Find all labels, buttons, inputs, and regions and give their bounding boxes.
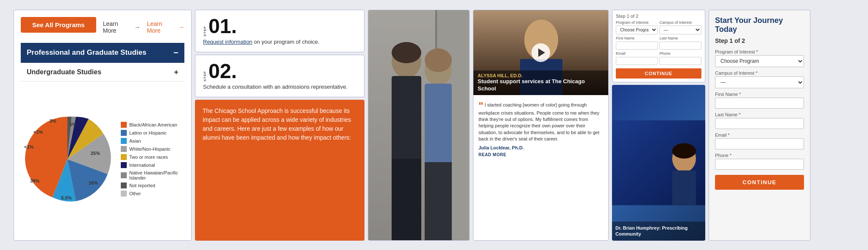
mini-form-container: Step 1 of 2 Program of Interest Choose P… [612, 10, 705, 82]
see-all-programs-button[interactable]: See All Programs [21, 17, 96, 33]
step-2-number: 02. [209, 61, 237, 81]
email-input[interactable] [715, 138, 804, 149]
legend-item-two-more: Two or more races [121, 154, 184, 160]
svg-point-17 [672, 143, 696, 158]
step-1-card: STEP 01. Request information on your pro… [195, 10, 364, 52]
pie-chart: 39% 5.5% 16% 25% 5% 3% <1% <1% [21, 112, 114, 206]
step-1-link[interactable]: Request information [203, 39, 252, 45]
campus-select[interactable]: — [715, 76, 804, 88]
form-step-subtitle: Step 1 of 2 [715, 37, 804, 44]
email-field-row: Email * [715, 132, 804, 149]
legend-color-black [121, 122, 127, 128]
quote-mark-icon: " [479, 100, 483, 112]
video-section: ALYSSA HILL, ED.D. Student support servi… [473, 10, 608, 95]
video-caption: ALYSSA HILL, ED.D. Student support servi… [473, 70, 608, 95]
legend-item-other: Other [121, 191, 184, 197]
video-quote-panel: ALYSSA HILL, ED.D. Student support servi… [473, 10, 609, 241]
program-field-row: Program of Interest * Choose Program [715, 49, 804, 67]
program-select[interactable]: Choose Program [715, 55, 804, 67]
legend-item-black: Black/African American [121, 122, 184, 128]
firstname-field-label: First Name * [715, 92, 804, 97]
legend-item-international: International [121, 162, 184, 168]
phone-input[interactable] [715, 159, 804, 170]
lastname-input[interactable] [715, 118, 804, 129]
form-title: Start Your Journey Today [715, 16, 804, 34]
photo-panel [368, 10, 470, 241]
legend-item-asian: Asian [121, 138, 184, 144]
mini-phone-input[interactable] [659, 57, 701, 65]
photo-overlay [368, 10, 469, 240]
legend-item-not-reported: Not reported [121, 183, 184, 188]
legend-item-native: Native Hawaiian/Pacific Islander [121, 170, 184, 180]
legend-color-native [121, 172, 127, 178]
lastname-field-row: Last Name * [715, 112, 804, 129]
mini-email-input[interactable] [616, 57, 658, 65]
continue-button[interactable]: CONTINUE [715, 175, 804, 190]
plus-icon: + [174, 68, 178, 77]
legend-color-two-more [121, 154, 127, 160]
chart-area: 39% 5.5% 16% 25% 5% 3% <1% <1% Black/Afr… [21, 85, 184, 233]
thumbnail-title: Dr. Brian Humphrey: Prescribing Communit… [615, 225, 702, 237]
step-2-card: STEP 02. Schedule a consultation with an… [195, 55, 364, 97]
sidebar-item-undergraduate[interactable]: Undergraduate Studies + [21, 64, 184, 81]
legend-item-white: White/Non-Hispanic [121, 146, 184, 152]
phone-field-row: Phone * [715, 153, 804, 170]
mini-form-panel: Step 1 of 2 Program of Interest Choose P… [612, 10, 705, 241]
mini-firstname-label: First Name [616, 36, 658, 40]
email-field-label: Email * [715, 132, 804, 138]
campus-field-row: Campus of Interest * — [715, 70, 804, 88]
mini-program-select[interactable]: Choose Program [616, 25, 658, 34]
left-panel: See All Programs Learn More → Learn More… [14, 10, 192, 241]
quote-text: " I started coaching [women of color] go… [479, 102, 603, 143]
mini-email-label: Email [616, 51, 658, 56]
sidebar-item-professional[interactable]: Professional and Graduate Studies − [21, 43, 184, 63]
program-field-label: Program of Interest * [715, 49, 804, 54]
quote-section: " I started coaching [women of color] go… [473, 98, 608, 240]
quote-author: Julia Locklear, Ph.D. [479, 145, 603, 150]
campus-field-label: Campus of Interest * [715, 70, 804, 76]
phone-field-label: Phone * [715, 153, 804, 158]
thumbnail-card[interactable]: Dr. Brian Humphrey: Prescribing Communit… [612, 85, 705, 241]
legend-color-international [121, 162, 127, 168]
mini-lastname-input[interactable] [659, 42, 701, 50]
video-title: Student support services at The Chicago … [478, 78, 604, 93]
step-1-text-rest: on your program of choice. [254, 39, 320, 45]
arrow-icon-1: → [134, 24, 140, 31]
minus-icon: − [173, 48, 178, 58]
legend-color-not-reported [121, 183, 127, 188]
thumbnail-overlay: Dr. Brian Humphrey: Prescribing Communit… [612, 222, 705, 241]
mini-continue-button[interactable]: CONTINUE [616, 68, 701, 79]
read-more-link[interactable]: READ MORE [479, 152, 506, 157]
legend-color-asian [121, 138, 127, 144]
steps-panel: STEP 01. Request information on your pro… [195, 10, 364, 241]
mini-program-label: Program of Interest [616, 20, 658, 25]
step-1-number: 01. [209, 16, 237, 37]
orange-text-panel: The Chicago School Approach is successfu… [195, 100, 364, 241]
step-2-text: Schedule a consultation with an admissio… [203, 83, 356, 91]
mini-firstname-input[interactable] [616, 42, 658, 50]
legend-color-white [121, 146, 127, 152]
legend-item-latino: Latino or Hispanic [121, 130, 184, 136]
step-1-text: Request information on your program of c… [203, 38, 356, 46]
legend-color-other [121, 191, 127, 197]
learn-more-link-1[interactable]: Learn More → [103, 20, 140, 34]
mini-form-step-label: Step 1 of 2 [616, 14, 701, 19]
mini-campus-label: Campus of Interest [659, 20, 701, 25]
firstname-field-row: First Name * [715, 92, 804, 109]
chart-legend: Black/African American Latino or Hispani… [121, 122, 184, 197]
arrow-icon-2: → [178, 24, 184, 31]
right-form-panel: Start Your Journey Today Step 1 of 2 Pro… [709, 10, 810, 241]
play-button[interactable] [531, 43, 550, 62]
svg-rect-16 [672, 170, 696, 205]
lastname-field-label: Last Name * [715, 112, 804, 117]
step-1-label: STEP [203, 23, 207, 37]
step-2-label: STEP [203, 68, 207, 81]
firstname-input[interactable] [715, 98, 804, 109]
learn-more-link-2[interactable]: Learn More → [147, 20, 184, 34]
mini-lastname-label: Last Name [659, 36, 701, 40]
mini-campus-select[interactable]: — [659, 25, 701, 34]
legend-color-latino [121, 130, 127, 136]
play-triangle-icon [538, 48, 545, 57]
video-author: ALYSSA HILL, ED.D. [478, 73, 604, 78]
mini-phone-label: Phone [659, 51, 701, 56]
